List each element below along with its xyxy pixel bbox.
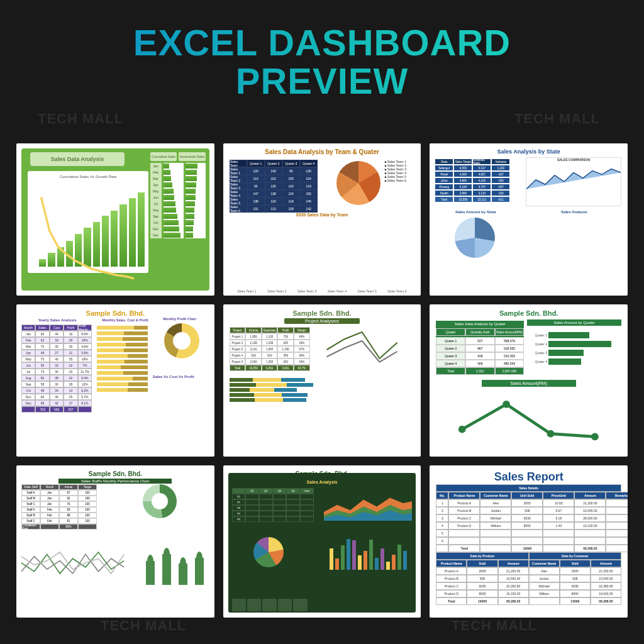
watermark: TECH MALL bbox=[514, 111, 600, 127]
thumbnail-yearly-sales[interactable]: Sample Sdn. Bhd. Yearly Sales Analysis M… bbox=[16, 304, 214, 457]
svg-point-1 bbox=[503, 401, 511, 408]
pie-chart bbox=[253, 537, 284, 567]
data-table: ProjectIncomeExpensesProfitMarginProject… bbox=[230, 327, 310, 371]
kpi-sidebar: Cumulative Sales Incremental Sales JanFe… bbox=[150, 152, 206, 287]
stacked-area-chart bbox=[324, 484, 412, 522]
chart-title: Sales Amount by State bbox=[435, 210, 516, 214]
thumbnail-dark-sales-analysis[interactable]: Sample Sdn. Bhd. Sales Analysis Q1Q2Q3Q4… bbox=[223, 465, 421, 618]
chart-title: Sales Vs Cost Vs Profit bbox=[139, 375, 208, 379]
grouped-bar-chart bbox=[232, 225, 413, 287]
svg-point-3 bbox=[591, 433, 599, 441]
stacked-hbar-chart bbox=[230, 377, 318, 428]
svg-point-2 bbox=[547, 430, 555, 438]
hbar-chart: Sales Amount by Quater Quater 1Quater 2Q… bbox=[527, 319, 621, 376]
bar-chart bbox=[140, 541, 209, 585]
brand-label: Sample Sdn. Bhd. bbox=[21, 309, 209, 317]
svg-point-0 bbox=[458, 426, 466, 433]
page-title: EXCEL DASHBOARD PREVIEW bbox=[0, 0, 644, 101]
line-chart bbox=[320, 323, 414, 367]
chart-title: Monthly Profit Chart bbox=[152, 317, 208, 321]
thumbnail-state-analysis[interactable]: Sales Analysis by State StateSales Targe… bbox=[430, 143, 628, 296]
bar-chart bbox=[324, 531, 412, 570]
grouped-bar-chart bbox=[139, 384, 208, 428]
donut-chart bbox=[143, 484, 177, 518]
pie-chart bbox=[455, 218, 495, 258]
data-table: Sales StaffMonthActualTargetStaff AJan87… bbox=[21, 484, 97, 530]
filter-buttons[interactable] bbox=[232, 599, 308, 611]
bar-line-chart: Cumulative Sales Vs Growth Rate bbox=[28, 171, 148, 273]
line-chart bbox=[455, 392, 602, 452]
brand-label: Sample Sdn. Bhd. bbox=[228, 309, 416, 317]
watermark: TECH MALL bbox=[38, 111, 123, 127]
data-table: MonthSalesCostProfitProfit MarginJan6044… bbox=[21, 325, 92, 413]
thumbnail-staff-performance[interactable]: Sample Sdn. Bhd. Sales Staff's Monthly P… bbox=[16, 465, 214, 618]
chart-title: Sales Data Analysis bbox=[30, 152, 125, 166]
chart-title: Sales Analysis by State bbox=[435, 148, 623, 155]
bar-chart: Sales Analysis bbox=[527, 210, 621, 270]
donut-chart bbox=[164, 323, 199, 358]
chart-title: Sales Amount(RM) bbox=[482, 380, 576, 387]
report-title: Sales Report bbox=[435, 470, 623, 484]
data-table: Sales Data Analysis by Quater QuaterQuan… bbox=[436, 321, 524, 375]
grouped-bar-chart bbox=[320, 377, 414, 428]
thumbnail-project-analysers[interactable]: Sample Sdn. Bhd. Project Analysers Proje… bbox=[223, 304, 421, 457]
watermark: TECH MALL bbox=[452, 618, 537, 634]
data-table: StateSales TargetAchieved SalesVarianceS… bbox=[435, 158, 510, 203]
report-table: Sales DetailsNo.Product NameCustomer Nam… bbox=[436, 484, 621, 605]
thumbnail-grid: Sales Data Analysis Cumulative Sales Vs … bbox=[16, 143, 628, 618]
thumbnail-quarter-sales[interactable]: Sample Sdn. Bhd. Sales Data Analysis by … bbox=[430, 304, 628, 457]
subtitle: 2020 Sales Data by Team bbox=[223, 213, 421, 217]
chart-title: Sales Data Analysis by Team & Quater bbox=[228, 148, 416, 155]
stacked-bar-chart bbox=[97, 325, 153, 392]
multi-line-chart bbox=[21, 541, 128, 585]
thumbnail-sales-data-analysis[interactable]: Sales Data Analysis Cumulative Sales Vs … bbox=[16, 143, 214, 296]
subtitle: Sales Analysis bbox=[228, 480, 416, 484]
legend: Sales Team 1Sales Team 2Sales Team 3Sale… bbox=[384, 160, 416, 182]
brand-label: Sample Sdn. Bhd. bbox=[435, 309, 623, 317]
subtitle: Sales Staff's Monthly Performance Chart bbox=[58, 479, 172, 484]
thumbnail-team-quarter[interactable]: Sales Data Analysis by Team & Quater Sal… bbox=[223, 143, 421, 296]
chart-title: Monthly Sales, Cost & Profit bbox=[97, 318, 153, 322]
data-table: Sales TeamQuater 1Quater 2Quater 3Quater… bbox=[230, 160, 318, 213]
brand-label: Sample Sdn. Bhd. bbox=[21, 470, 209, 477]
data-table: Q1Q2Q3Q4TotalS1S2S3S4S5 bbox=[232, 488, 314, 522]
table-title: Yearly Sales Analysis bbox=[23, 318, 92, 322]
area-chart: SALES COMPARISON bbox=[526, 157, 621, 206]
pie-chart bbox=[336, 161, 380, 205]
thumbnail-sales-report[interactable]: Sales Report Sales DetailsNo.Product Nam… bbox=[430, 465, 628, 618]
watermark: TECH MALL bbox=[101, 618, 186, 634]
